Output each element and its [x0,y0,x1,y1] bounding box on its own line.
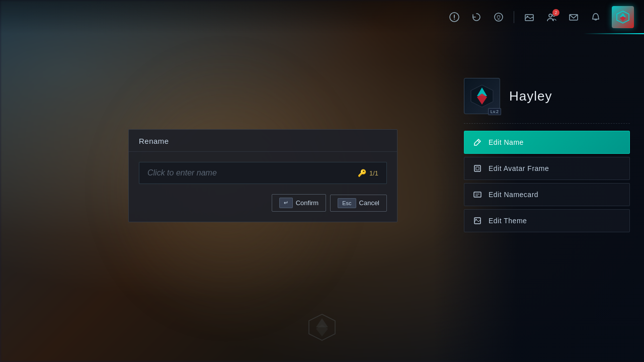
svg-point-20 [475,219,476,220]
level-badge: Lv.2 [488,108,501,115]
confirm-label: Confirm [296,199,319,207]
svg-point-2 [454,19,455,20]
menu-item-edit-namecard[interactable]: Edit Namecard [464,183,630,206]
menu-item-edit-namecard-label: Edit Namecard [489,191,538,199]
profile-divider [464,123,630,124]
svg-point-7 [527,16,528,18]
topbar: 2 [0,0,644,34]
scene-icon[interactable] [520,8,538,26]
svg-line-13 [477,140,479,142]
confirm-button[interactable]: ↵ Confirm [272,194,327,212]
counter-value: 1/1 [369,169,378,177]
topbar-icons: 2 [445,6,634,28]
avatar-container: Lv.2 [464,78,500,114]
key-icon: 🔑 [358,169,366,177]
menu-item-edit-avatar-frame[interactable]: Edit Avatar Frame [464,157,630,180]
cancel-key: Esc [338,198,356,208]
friends-badge: 2 [552,9,559,16]
rename-dialog-title: Rename [129,130,397,152]
name-input-container[interactable]: Click to enter name 🔑 1/1 [139,162,387,184]
menu-item-edit-name[interactable]: Edit Name [464,131,630,154]
bell-icon[interactable] [587,8,605,26]
topbar-divider [514,11,514,23]
menu-item-edit-theme[interactable]: Edit Theme [464,209,630,232]
svg-point-4 [497,17,498,18]
svg-rect-15 [476,167,479,170]
profile-button[interactable] [612,6,634,28]
friends-icon[interactable]: 2 [542,8,560,26]
right-panel: Lv.2 Hayley Edit Name Edit Avatar Frame [464,78,630,235]
svg-point-8 [549,14,552,17]
edit-theme-icon [472,216,482,226]
alert-icon[interactable] [445,8,463,26]
bottom-logo [307,312,337,347]
svg-point-5 [500,17,501,18]
svg-rect-14 [474,165,480,171]
menu-item-edit-name-label: Edit Name [489,138,524,146]
refresh-icon[interactable] [467,8,486,26]
rename-actions: ↵ Confirm Esc Cancel [139,194,387,212]
cancel-button[interactable]: Esc Cancel [330,195,387,212]
cat-icon[interactable] [490,8,508,26]
edit-avatar-frame-icon [472,163,482,173]
svg-point-3 [495,13,503,21]
rename-dialog-body: Click to enter name 🔑 1/1 ↵ Confirm Esc … [129,152,397,222]
mail-icon[interactable] [565,8,583,26]
menu-item-edit-theme-label: Edit Theme [489,217,527,225]
confirm-key: ↵ [279,198,293,208]
avatar-logo-svg [469,83,495,109]
name-input-placeholder: Click to enter name [147,168,358,177]
cancel-label: Cancel [359,199,379,207]
name-counter: 🔑 1/1 [358,169,378,177]
menu-item-edit-avatar-frame-label: Edit Avatar Frame [489,164,549,172]
teal-underline [584,33,644,34]
edit-namecard-icon [472,190,482,200]
rename-dialog: Rename Click to enter name 🔑 1/1 ↵ Confi… [128,129,397,222]
profile-name: Hayley [509,88,552,104]
edit-name-icon [472,137,482,147]
profile-header: Lv.2 Hayley [464,78,630,114]
svg-rect-16 [474,192,481,197]
